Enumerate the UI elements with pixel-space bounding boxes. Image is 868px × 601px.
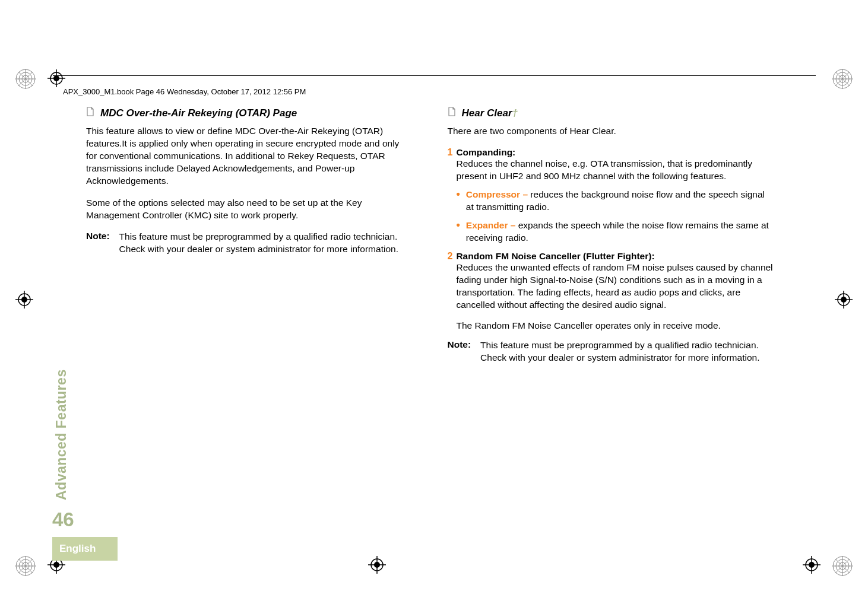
crop-star-br: [832, 556, 853, 576]
bullet-dot-icon: •: [457, 220, 460, 244]
bullet1-dash: –: [522, 189, 528, 199]
crop-target-ml: [15, 291, 33, 311]
right-note-text: This feature must be preprogrammed by a …: [480, 339, 773, 364]
right-intro: There are two components of Hear Clear.: [448, 125, 774, 138]
item1-number: 1: [448, 147, 453, 158]
header-rule: [53, 75, 816, 76]
item1-title: Companding:: [456, 147, 515, 158]
left-column: MDC Over-the-Air Rekeying (OTAR) Page Th…: [86, 107, 412, 524]
page-number: 46: [52, 508, 74, 531]
left-para-1: This feature allows to view or define MD…: [86, 125, 412, 187]
right-section-title: Hear Clear†: [462, 107, 518, 119]
item2-body: Reduces the unwanted effects of random F…: [457, 262, 774, 311]
item1-body: Reduces the channel noise, e.g. OTA tran…: [457, 158, 774, 183]
document-icon: [86, 107, 94, 116]
hear-clear-label: Hear Clear: [462, 107, 512, 119]
left-note-label: Note:: [86, 231, 110, 256]
crop-star-tr: [832, 69, 853, 89]
left-section-title: MDC Over-the-Air Rekeying (OTAR) Page: [100, 107, 297, 119]
bullet1-label: Compressor: [466, 189, 520, 199]
crop-star-bl: [15, 556, 36, 576]
crop-target-bm: [368, 556, 386, 576]
right-note-label: Note:: [448, 339, 471, 364]
left-para-2: Some of the options selected may also ne…: [86, 197, 412, 222]
dagger-icon: †: [512, 107, 518, 119]
item2-title: Random FM Noise Canceller (Flutter Fight…: [456, 251, 654, 262]
header-text: APX_3000_M1.book Page 46 Wednesday, Octo…: [63, 87, 306, 96]
left-note-text: This feature must be preprogrammed by a …: [119, 231, 412, 256]
bullet2-label: Expander: [466, 220, 508, 230]
crop-target-br2: [803, 556, 821, 576]
crop-target-tl: [47, 69, 65, 90]
item2-number: 2: [448, 251, 453, 262]
bullet-item: • Compressor – reduces the background no…: [457, 189, 774, 214]
language-label: English: [52, 537, 118, 561]
crop-star-tl: [15, 69, 36, 89]
item2-body2: The Random FM Noise Canceller operates o…: [457, 320, 774, 332]
right-column: Hear Clear† There are two components of …: [448, 107, 774, 524]
sidebar-label: Advanced Features: [53, 369, 69, 500]
crop-target-mr: [835, 291, 853, 311]
bullet-dot-icon: •: [457, 189, 460, 214]
document-icon: [448, 107, 456, 116]
bullet-item: • Expander – expands the speech while th…: [457, 220, 774, 244]
